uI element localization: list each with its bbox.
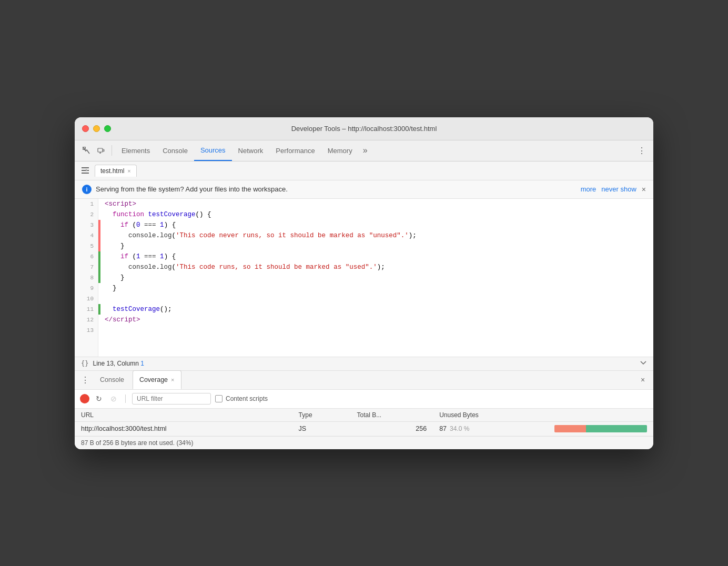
coverage-used-indicator (98, 304, 100, 315)
tab-sources[interactable]: Sources (194, 140, 232, 161)
svg-rect-7 (82, 173, 89, 174)
sources-toolbar: test.html × (75, 161, 653, 180)
bottom-tab-bar: ⋮ Console Coverage × × (75, 371, 653, 390)
table-header-row: URL Type Total B... Unused Bytes (75, 409, 653, 422)
device-toolbar-button[interactable] (94, 143, 108, 158)
minimize-button[interactable] (93, 125, 100, 132)
code-line-3: if (0 === 1) { (105, 220, 647, 230)
row-total-bytes: 256 (350, 421, 433, 436)
col-unused-bytes: Unused Bytes (433, 409, 548, 422)
coverage-used-indicator (98, 272, 100, 283)
info-banner: i Serving from the file system? Add your… (75, 180, 653, 199)
row-type: JS (292, 421, 351, 436)
tab-performance[interactable]: Performance (269, 140, 321, 161)
code-line-1: <script> (105, 199, 647, 209)
row-url: http://localhost:3000/test.html (75, 421, 292, 436)
sources-panel: test.html × i Serving from the file syst… (75, 161, 653, 370)
code-content: <script> function testCoverage() { if (0… (98, 199, 653, 357)
line-numbers: 1 2 3 4 5 6 7 8 9 10 11 12 13 (75, 199, 98, 357)
status-bar: {} Line 13, Column 1 (75, 357, 653, 370)
content-scripts-checkbox[interactable] (215, 395, 223, 402)
file-tab-test-html[interactable]: test.html × (95, 165, 137, 177)
devtools-menu-button[interactable]: ⋮ (634, 143, 649, 158)
col-type: Type (292, 409, 351, 422)
used-bar (586, 425, 647, 432)
maximize-button[interactable] (104, 125, 111, 132)
info-text: Serving from the file system? Add your f… (96, 185, 288, 193)
bottom-panel-close-button[interactable]: × (636, 373, 649, 386)
info-icon: i (82, 185, 92, 194)
table-row[interactable]: http://localhost:3000/test.html JS 256 8… (75, 421, 653, 436)
info-more-link[interactable]: more (581, 185, 596, 193)
row-coverage-bar (548, 421, 653, 436)
tab-console-bottom[interactable]: Console (94, 370, 130, 389)
devtools-tab-bar: Elements Console Sources Network Perform… (75, 140, 653, 161)
stop-recording-button[interactable]: ⊘ (108, 393, 119, 404)
bottom-panel: ⋮ Console Coverage × × ↻ ⊘ Content scrip… (75, 370, 653, 449)
reload-record-button[interactable]: ↻ (94, 393, 104, 404)
expand-console-button[interactable] (640, 359, 647, 368)
code-line-11: testCoverage(); (105, 304, 647, 315)
code-line-13 (105, 325, 647, 336)
svg-marker-8 (86, 169, 88, 171)
title-bar: Developer Tools – http://localhost:3000/… (75, 117, 653, 140)
code-line-8: } (105, 272, 647, 283)
svg-rect-1 (98, 148, 103, 152)
tab-elements[interactable]: Elements (115, 140, 156, 161)
coverage-toolbar: ↻ ⊘ Content scripts (75, 390, 653, 409)
code-line-5: } (105, 241, 647, 251)
code-line-4: console.log('This code never runs, so it… (105, 230, 647, 241)
code-editor[interactable]: 1 2 3 4 5 6 7 8 9 10 11 12 13 <script> (75, 199, 653, 357)
coverage-unused-indicator (98, 241, 100, 251)
coverage-unused-indicator (98, 230, 100, 241)
coverage-used-indicator (98, 262, 100, 272)
code-line-6: if (1 === 1) { (105, 251, 647, 262)
tab-coverage[interactable]: Coverage × (133, 370, 181, 389)
file-tab-label: test.html (100, 167, 124, 175)
tab-network[interactable]: Network (232, 140, 270, 161)
inspect-element-button[interactable] (79, 143, 94, 158)
coverage-bar-visual (554, 425, 647, 432)
toolbar-divider (125, 395, 126, 403)
devtools-window: Developer Tools – http://localhost:3000/… (75, 117, 653, 449)
code-line-9: } (105, 283, 647, 294)
info-actions: more never show × (581, 185, 646, 194)
code-line-10 (105, 294, 647, 304)
bottom-more-button[interactable]: ⋮ (79, 373, 92, 386)
tab-console[interactable]: Console (156, 140, 194, 161)
pretty-print-button[interactable]: {} (81, 360, 88, 367)
row-unused-bytes: 87 34.0 % (433, 421, 548, 436)
code-line-12: </script> (105, 315, 647, 325)
svg-rect-5 (82, 167, 89, 168)
svg-rect-6 (82, 170, 89, 171)
col-url: URL (75, 409, 292, 422)
svg-rect-2 (103, 149, 104, 151)
info-close-button[interactable]: × (642, 185, 646, 194)
close-button[interactable] (82, 125, 89, 132)
toggle-navigator-button[interactable] (79, 164, 92, 177)
unused-bar (554, 425, 586, 432)
coverage-tab-close-button[interactable]: × (171, 377, 174, 383)
code-line-7: console.log('This code runs, so it shoul… (105, 262, 647, 272)
coverage-footer: 87 B of 256 B bytes are not used. (34%) (75, 436, 653, 449)
more-tabs-button[interactable]: » (359, 146, 372, 155)
file-tab-close-button[interactable]: × (127, 168, 130, 174)
col-total-bytes: Total B... (350, 409, 433, 422)
traffic-lights (82, 125, 111, 132)
record-button[interactable] (80, 394, 89, 403)
coverage-unused-indicator (98, 220, 100, 230)
code-line-2: function testCoverage() { (105, 209, 647, 220)
tab-separator (112, 145, 112, 156)
url-filter-input[interactable] (132, 393, 211, 405)
tab-memory[interactable]: Memory (321, 140, 359, 161)
coverage-table: URL Type Total B... Unused Bytes http://… (75, 409, 653, 436)
cursor-position: Line 13, Column 1 (93, 360, 144, 367)
info-never-show-link[interactable]: never show (601, 185, 636, 193)
content-scripts-label[interactable]: Content scripts (215, 395, 268, 402)
col-bar (548, 409, 653, 422)
window-title: Developer Tools – http://localhost:3000/… (291, 125, 437, 133)
coverage-used-indicator (98, 251, 100, 262)
